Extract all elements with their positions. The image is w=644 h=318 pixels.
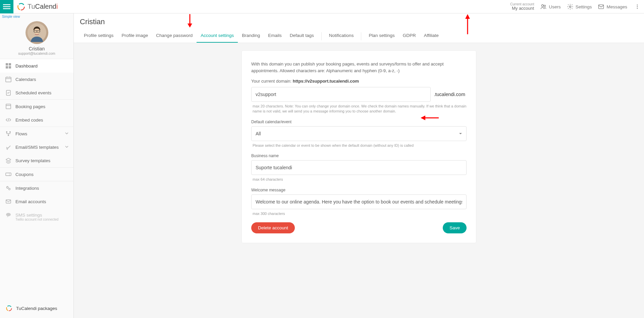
menu-button[interactable] [0, 0, 13, 13]
logo[interactable]: TuCalendi [13, 2, 58, 11]
layers-icon [5, 157, 11, 164]
sidebar-item-email-accounts[interactable]: Email accounts [0, 195, 73, 208]
svg-rect-24 [9, 63, 11, 65]
default-calendar-select[interactable]: All [251, 126, 467, 141]
settings-link[interactable]: Settings [567, 3, 592, 10]
svg-rect-23 [6, 63, 8, 65]
tab-gdpr[interactable]: GDPR [399, 30, 420, 43]
sidebar-item-survey[interactable]: Survey templates [0, 154, 73, 167]
welcome-message-label: Welcome message [251, 188, 467, 192]
tab-change-password[interactable]: Change password [152, 30, 197, 43]
svg-point-16 [637, 5, 638, 6]
calendar-icon [5, 76, 11, 82]
svg-point-34 [6, 131, 7, 133]
caret-down-icon [459, 131, 462, 136]
packages-link[interactable]: TuCalendi packages [0, 300, 73, 318]
domain-input[interactable] [251, 87, 431, 102]
business-name-label: Business name [251, 153, 467, 158]
svg-rect-25 [6, 66, 8, 69]
save-button[interactable]: Save [443, 222, 467, 233]
svg-point-18 [637, 8, 638, 9]
tab-emails[interactable]: Emails [264, 30, 286, 43]
sidebar-sublabel: Twilio account not connected [15, 218, 58, 221]
tab-affiliate[interactable]: Affiliate [420, 30, 443, 43]
content: With this domain you can publish your bo… [74, 43, 644, 318]
sidebar-label: SMS settings [15, 213, 42, 218]
sidebar-item-integrations[interactable]: Integrations [0, 181, 73, 195]
users-icon [540, 3, 547, 10]
topbar-right: Current account My account Users Setting… [510, 0, 641, 13]
tabs: Profile settings Profile image Change pa… [80, 30, 638, 43]
sidebar-item-booking[interactable]: Booking pages [0, 100, 73, 113]
sidebar-label: Email accounts [15, 199, 46, 204]
delete-account-button[interactable]: Delete account [251, 222, 295, 233]
business-name-input[interactable] [251, 160, 467, 175]
tab-account-settings[interactable]: Account settings [197, 30, 238, 43]
sidebar-label: Booking pages [15, 104, 45, 109]
sidebar-label: Survey templates [15, 158, 50, 163]
avatar[interactable] [25, 21, 48, 44]
sidebar-item-embed[interactable]: Embed codes [0, 113, 73, 127]
sidebar-item-coupons[interactable]: Coupons [0, 168, 73, 181]
profile-email: support@tucalendi.com [18, 51, 55, 55]
tab-branding[interactable]: Branding [238, 30, 264, 43]
current-domain: Your current domain: https://v2support.t… [251, 79, 467, 84]
sidebar-item-dashboard[interactable]: Dashboard [0, 59, 73, 73]
simple-view-toggle[interactable]: Simple view [0, 13, 73, 20]
chevron-down-icon [65, 131, 69, 136]
sidebar-profile: Cristian support@tucalendi.com [0, 20, 73, 59]
svg-rect-27 [6, 77, 11, 82]
svg-rect-6 [3, 4, 10, 5]
sidebar: Simple view Cristian support@tucalendi.c… [0, 13, 74, 318]
hamburger-icon [3, 3, 10, 10]
topbar: TuCalendi Current account My account Use… [0, 0, 644, 13]
check-icon [5, 144, 11, 150]
clipboard-icon [5, 90, 11, 96]
svg-point-35 [9, 131, 11, 133]
packages-label: TuCalendi packages [16, 306, 57, 311]
more-vertical-icon [635, 4, 640, 9]
messages-label: Messages [606, 4, 627, 9]
sidebar-item-templates[interactable]: Email/SMS templates [0, 140, 73, 154]
sidebar-label: Dashboard [15, 63, 38, 69]
welcome-message-input[interactable] [251, 194, 467, 209]
main: Cristian Profile settings Profile image … [74, 13, 644, 318]
current-account-value: My account [510, 6, 534, 11]
sidebar-label: Embed codes [15, 118, 43, 123]
tab-profile-settings[interactable]: Profile settings [80, 30, 118, 43]
dashboard-icon [5, 63, 11, 69]
sidebar-item-scheduled[interactable]: Scheduled events [0, 86, 73, 99]
svg-point-12 [542, 5, 544, 7]
domain-description: With this domain you can publish your bo… [251, 61, 467, 74]
svg-point-17 [637, 6, 638, 7]
domain-suffix: .tucalendi.com [434, 92, 467, 97]
domain-hint: max 20 characters. Note: You can only ch… [251, 104, 467, 114]
svg-rect-8 [3, 8, 10, 9]
svg-rect-32 [6, 104, 11, 109]
gears-icon [5, 185, 11, 191]
account-switcher[interactable]: Current account My account [510, 2, 534, 11]
code-icon [5, 117, 11, 123]
users-link[interactable]: Users [540, 3, 560, 10]
sidebar-item-flows[interactable]: Flows [0, 127, 73, 140]
default-calendar-hint: Please select the calendar or event to b… [251, 143, 467, 148]
sidebar-item-calendars[interactable]: Calendars [0, 73, 73, 86]
tab-separator [321, 32, 322, 40]
svg-point-42 [6, 213, 11, 216]
business-name-hint: max 64 characters [251, 177, 467, 182]
main-header: Cristian Profile settings Profile image … [74, 13, 644, 43]
more-menu[interactable] [633, 4, 641, 9]
messages-link[interactable]: Messages [598, 3, 627, 10]
settings-label: Settings [576, 4, 592, 9]
tab-notifications[interactable]: Notifications [325, 30, 358, 43]
sidebar-label: Scheduled events [15, 90, 51, 95]
sidebar-label: Email/SMS templates [15, 145, 59, 150]
tab-profile-image[interactable]: Profile image [118, 30, 152, 43]
users-label: Users [549, 4, 560, 9]
sidebar-item-sms: SMS settings Twilio account not connecte… [0, 208, 73, 226]
tab-plan-settings[interactable]: Plan settings [365, 30, 398, 43]
svg-point-40 [9, 188, 10, 190]
page-title: Cristian [80, 17, 638, 26]
mail-icon [598, 3, 604, 10]
tab-default-tags[interactable]: Default tags [286, 30, 318, 43]
